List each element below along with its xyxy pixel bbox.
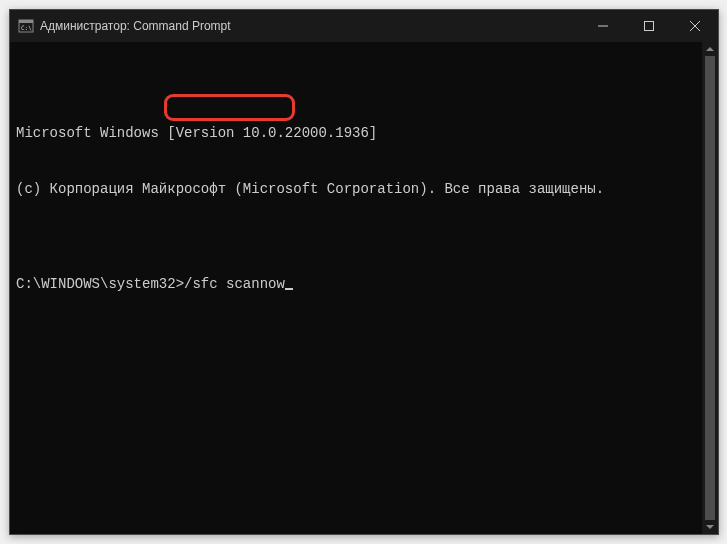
svg-text:C:\: C:\ [21,24,32,31]
minimize-button[interactable] [580,10,626,42]
terminal-area[interactable]: Microsoft Windows [Version 10.0.22000.19… [10,42,718,534]
scrollbar-thumb[interactable] [705,56,715,520]
output-line-version: Microsoft Windows [Version 10.0.22000.19… [16,124,714,143]
vertical-scrollbar[interactable] [702,42,718,534]
window-title: Администратор: Command Prompt [40,19,231,33]
command-prompt-window: C:\ Администратор: Command Prompt Micros… [9,9,719,535]
typed-command: /sfc scannow [184,275,285,294]
svg-marker-7 [706,47,714,51]
cmd-icon: C:\ [18,18,34,34]
titlebar-left: C:\ Администратор: Command Prompt [10,18,231,34]
close-button[interactable] [672,10,718,42]
window-controls [580,10,718,42]
output-line-copyright: (c) Корпорация Майкрософт (Microsoft Cor… [16,180,714,199]
text-cursor [285,288,293,290]
prompt-path: C:\WINDOWS\system32> [16,275,184,294]
prompt-line: C:\WINDOWS\system32>/sfc scannow [16,275,714,294]
maximize-button[interactable] [626,10,672,42]
svg-marker-8 [706,525,714,529]
terminal-content: Microsoft Windows [Version 10.0.22000.19… [16,86,714,332]
scroll-up-arrow-icon[interactable] [702,42,718,56]
scroll-down-arrow-icon[interactable] [702,520,718,534]
svg-rect-1 [19,20,33,23]
titlebar[interactable]: C:\ Администратор: Command Prompt [10,10,718,42]
svg-rect-4 [645,22,654,31]
